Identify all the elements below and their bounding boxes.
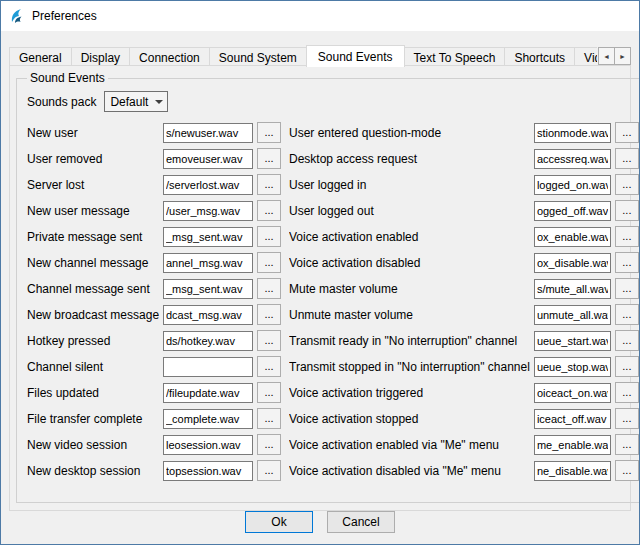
preferences-window: Preferences General Display Connection S…	[0, 0, 640, 545]
browse-button[interactable]: ...	[615, 226, 639, 247]
sound-file-input[interactable]	[534, 253, 611, 273]
sound-file-input[interactable]	[163, 253, 253, 273]
browse-button[interactable]: ...	[615, 356, 639, 377]
browse-button[interactable]: ...	[257, 174, 281, 195]
sound-file-input[interactable]	[534, 149, 611, 169]
browse-button[interactable]: ...	[257, 304, 281, 325]
sound-file-input[interactable]	[534, 461, 611, 481]
sound-event-label: File transfer complete	[27, 412, 159, 426]
sound-event-row: New user ...	[27, 122, 281, 143]
sound-event-label: Channel silent	[27, 360, 159, 374]
sound-event-label: New broadcast message	[27, 308, 159, 322]
sound-file-input[interactable]	[534, 227, 611, 247]
sound-event-label: Files updated	[27, 386, 159, 400]
tab-bar: General Display Connection Sound System …	[9, 44, 631, 66]
browse-button[interactable]: ...	[615, 278, 639, 299]
browse-button[interactable]: ...	[615, 408, 639, 429]
sound-event-label: New user message	[27, 204, 159, 218]
tab-page-sound-events: Sound Events Sounds pack Default New use…	[9, 65, 631, 511]
browse-button[interactable]: ...	[257, 122, 281, 143]
browse-button[interactable]: ...	[615, 460, 639, 481]
browse-button[interactable]: ...	[615, 252, 639, 273]
browse-button[interactable]: ...	[257, 460, 281, 481]
tab-general[interactable]: General	[9, 47, 72, 66]
sound-file-input[interactable]	[534, 383, 611, 403]
sound-file-input[interactable]	[534, 279, 611, 299]
sound-file-input[interactable]	[163, 123, 253, 143]
sound-event-row: New channel message ...	[27, 252, 281, 273]
tab-sound-system[interactable]: Sound System	[209, 47, 307, 66]
browse-button[interactable]: ...	[615, 200, 639, 221]
tab-connection[interactable]: Connection	[129, 47, 210, 66]
sound-event-row: Private message sent ...	[27, 226, 281, 247]
sound-event-row: New user message ...	[27, 200, 281, 221]
sound-file-input[interactable]	[534, 175, 611, 195]
sound-file-input[interactable]	[163, 461, 253, 481]
sound-file-input[interactable]	[163, 435, 253, 455]
sound-event-row: User removed ...	[27, 148, 281, 169]
sound-file-input[interactable]	[163, 279, 253, 299]
sound-file-input[interactable]	[534, 435, 611, 455]
sound-file-input[interactable]	[534, 305, 611, 325]
cancel-button[interactable]: Cancel	[327, 511, 395, 533]
browse-button[interactable]: ...	[257, 408, 281, 429]
sound-event-label: Voice activation disabled	[289, 256, 530, 270]
sound-event-row: Voice activation stopped ...	[289, 408, 639, 429]
browse-button[interactable]: ...	[257, 148, 281, 169]
sounds-pack-select[interactable]: Default	[104, 91, 168, 112]
browse-button[interactable]: ...	[257, 356, 281, 377]
sound-file-input[interactable]	[163, 227, 253, 247]
sound-event-label: New video session	[27, 438, 159, 452]
sound-file-input[interactable]	[163, 357, 253, 377]
sound-event-label: User logged in	[289, 178, 530, 192]
browse-button[interactable]: ...	[615, 330, 639, 351]
sound-event-row: Voice activation disabled via "Me" menu …	[289, 460, 639, 481]
browse-button[interactable]: ...	[615, 382, 639, 403]
browse-button[interactable]: ...	[257, 382, 281, 403]
tab-text-to-speech[interactable]: Text To Speech	[404, 47, 506, 66]
sound-file-input[interactable]	[163, 305, 253, 325]
browse-button[interactable]: ...	[257, 434, 281, 455]
sound-event-label: User logged out	[289, 204, 530, 218]
sound-event-label: Voice activation enabled via "Me" menu	[289, 438, 530, 452]
tab-scroll-right-button[interactable]: ►	[614, 47, 631, 65]
sound-event-row: Channel message sent ...	[27, 278, 281, 299]
sound-file-input[interactable]	[163, 175, 253, 195]
sound-file-input[interactable]	[534, 201, 611, 221]
tab-display[interactable]: Display	[71, 47, 130, 66]
ok-button[interactable]: Ok	[245, 511, 313, 533]
browse-button[interactable]: ...	[257, 226, 281, 247]
browse-button[interactable]: ...	[257, 200, 281, 221]
sound-file-input[interactable]	[534, 331, 611, 351]
tab-shortcuts[interactable]: Shortcuts	[504, 47, 575, 66]
browse-button[interactable]: ...	[615, 122, 639, 143]
browse-button[interactable]: ...	[257, 330, 281, 351]
sound-file-input[interactable]	[534, 409, 611, 429]
titlebar[interactable]: Preferences	[1, 1, 639, 31]
browse-button[interactable]: ...	[615, 148, 639, 169]
browse-button[interactable]: ...	[615, 434, 639, 455]
sound-event-label: User entered question-mode	[289, 126, 530, 140]
sound-event-label: Mute master volume	[289, 282, 530, 296]
sound-event-row: Transmit stopped in "No interruption" ch…	[289, 356, 639, 377]
tab-scroll-left-button[interactable]: ◄	[598, 47, 615, 65]
sound-file-input[interactable]	[163, 201, 253, 221]
sound-file-input[interactable]	[163, 331, 253, 351]
sound-event-label: Channel message sent	[27, 282, 159, 296]
sound-file-input[interactable]	[163, 409, 253, 429]
browse-button[interactable]: ...	[615, 304, 639, 325]
browse-button[interactable]: ...	[257, 252, 281, 273]
sound-file-input[interactable]	[534, 123, 611, 143]
browse-button[interactable]: ...	[615, 174, 639, 195]
sound-file-input[interactable]	[163, 383, 253, 403]
sound-event-row: Voice activation enabled via "Me" menu .…	[289, 434, 639, 455]
browse-button[interactable]: ...	[257, 278, 281, 299]
sound-event-row: New video session ...	[27, 434, 281, 455]
sound-file-input[interactable]	[534, 357, 611, 377]
sound-event-row: Mute master volume ...	[289, 278, 639, 299]
tab-scroll-left-icon: ◄	[603, 53, 610, 60]
sounds-pack-label: Sounds pack	[27, 95, 96, 109]
tab-sound-events[interactable]: Sound Events	[306, 45, 405, 67]
sound-file-input[interactable]	[163, 149, 253, 169]
sound-event-columns: New user ... User removed ... Server los	[25, 122, 639, 486]
